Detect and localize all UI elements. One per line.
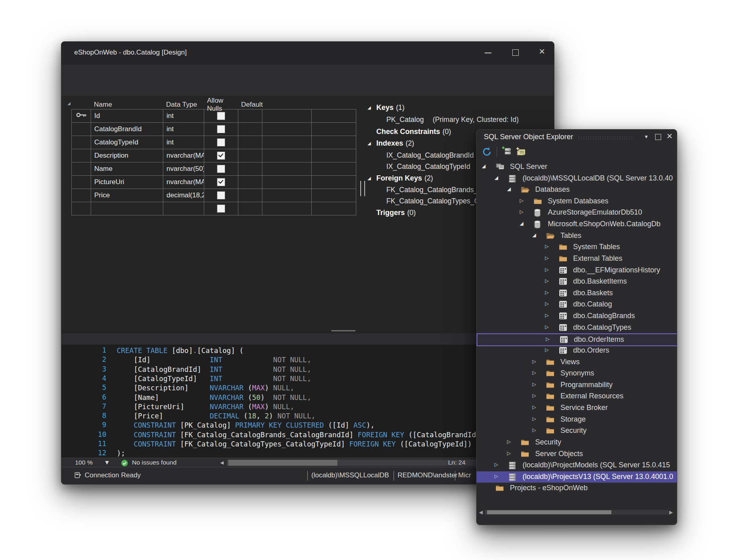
tree-item-microsoft-eshoponweb-catalogdb[interactable]: ◢Microsoft.eShopOnWeb.CatalogDb xyxy=(477,219,677,230)
collapsed-icon[interactable]: ▷ xyxy=(495,473,498,479)
default-cell[interactable] xyxy=(238,110,262,123)
default-cell[interactable] xyxy=(238,202,262,215)
collapsed-icon[interactable]: ▷ xyxy=(546,336,550,342)
tree-item-dbo-baskets[interactable]: ▷dbo.Baskets xyxy=(477,288,677,299)
editor-hscrollbar[interactable] xyxy=(227,460,486,466)
default-cell[interactable] xyxy=(238,189,262,202)
table-row[interactable]: Pricedecimal(18,2) xyxy=(72,189,356,202)
table-row[interactable]: Descriptionnvarchar(MAX) xyxy=(72,149,356,162)
tree-item-dbo-orders[interactable]: ▷dbo.Orders xyxy=(477,345,677,356)
data-type-cell[interactable]: nvarchar(50) xyxy=(163,162,204,176)
allow-nulls-checkbox[interactable] xyxy=(217,152,225,160)
panel-drag-grip[interactable] xyxy=(578,136,634,140)
horizontal-splitter-grip[interactable] xyxy=(331,330,355,331)
tree-item-localdb-mssqllocaldb-sql-server-13-0-40[interactable]: ◢(localdb)\MSSQLLocalDB (SQL Server 13.0… xyxy=(477,173,677,184)
collapsed-icon[interactable]: ▷ xyxy=(532,416,536,422)
tree-item-service-broker[interactable]: ▷Service Broker xyxy=(477,402,677,414)
allow-nulls-checkbox[interactable] xyxy=(217,165,225,173)
ssox-hscrollbar[interactable] xyxy=(485,510,668,515)
tree-item-system-tables[interactable]: ▷System Tables xyxy=(477,241,677,253)
data-type-cell[interactable]: int xyxy=(163,110,204,123)
column-name-cell[interactable]: PictureUri xyxy=(91,176,163,189)
collapsed-icon[interactable]: ▷ xyxy=(545,267,549,272)
column-name-cell[interactable] xyxy=(91,202,163,215)
collapsed-icon[interactable]: ▷ xyxy=(545,301,549,306)
row-header-cell[interactable] xyxy=(72,149,91,162)
new-database-icon[interactable] xyxy=(515,146,526,158)
row-header-cell[interactable] xyxy=(72,110,91,123)
tree-item-storage[interactable]: ▷Storage xyxy=(477,414,677,425)
expander-icon[interactable]: ◢ xyxy=(367,105,376,110)
expanded-icon[interactable]: ◢ xyxy=(532,232,536,238)
collapsed-icon[interactable]: ▷ xyxy=(532,393,536,398)
keys-section-keys[interactable]: ◢Keys(1) xyxy=(367,103,404,112)
panel-maximize-icon[interactable] xyxy=(655,134,661,140)
default-cell[interactable] xyxy=(238,136,262,149)
panel-close-icon[interactable]: ✕ xyxy=(666,132,673,141)
data-type-cell[interactable]: decimal(18,2) xyxy=(163,189,204,202)
collapsed-icon[interactable]: ▷ xyxy=(545,324,549,330)
collapsed-icon[interactable]: ▷ xyxy=(545,278,549,284)
scroll-right-icon[interactable]: ▶ xyxy=(669,509,673,515)
row-header-cell[interactable] xyxy=(72,202,91,215)
tree-item-system-databases[interactable]: ▷System Databases xyxy=(477,196,677,207)
data-type-cell[interactable]: int xyxy=(163,123,204,136)
table-row[interactable]: Idint xyxy=(72,110,356,123)
panel-menu-caret-icon[interactable]: ▼ xyxy=(644,134,649,140)
allow-nulls-checkbox[interactable] xyxy=(217,191,225,199)
tree-item-localdb-projectmodels-sql-server-15-0-415[interactable]: ▷(localdb)\ProjectModels (SQL Server 15.… xyxy=(477,460,677,471)
collapsed-icon[interactable]: ▷ xyxy=(532,381,536,387)
tree-item-projects-eshoponweb[interactable]: Projects - eShopOnWeb xyxy=(477,483,677,494)
table-row[interactable]: CatalogBrandIdint xyxy=(72,123,356,136)
minimize-icon[interactable] xyxy=(485,53,491,53)
ssox-hscrollbar-thumb[interactable] xyxy=(487,510,611,514)
table-row[interactable]: Namenvarchar(50) xyxy=(72,162,356,176)
allow-nulls-cell[interactable] xyxy=(204,176,238,189)
tree-item-server-objects[interactable]: ▷Server Objects xyxy=(477,448,677,460)
tree-item-dbo-catalogtypes[interactable]: ▷dbo.CatalogTypes xyxy=(477,322,677,333)
default-cell[interactable] xyxy=(238,176,262,189)
tree-item-localdb-projectsv13-sql-server-13-0-4001-0[interactable]: ▷(localdb)\ProjectsV13 (SQL Server 13.0.… xyxy=(477,471,677,483)
tree-item-dbo-orderitems[interactable]: ▷dbo.OrderItems xyxy=(477,333,677,346)
collapsed-icon[interactable]: ▷ xyxy=(507,439,511,444)
allow-nulls-cell[interactable] xyxy=(204,136,238,149)
close-icon[interactable]: ✕ xyxy=(539,47,545,56)
column-name-cell[interactable]: Name xyxy=(91,162,163,176)
tree-item-dbo-catalog[interactable]: ▷dbo.Catalog xyxy=(477,299,677,310)
keys-item[interactable]: PK_Catalog(Primary Key, Clustered: Id) xyxy=(386,116,519,124)
column-name-cell[interactable]: CatalogBrandId xyxy=(91,123,163,136)
data-type-cell[interactable]: int xyxy=(163,136,204,149)
tree-item-dbo-basketitems[interactable]: ▷dbo.BasketItems xyxy=(477,276,677,287)
collapsed-icon[interactable]: ▷ xyxy=(520,209,524,215)
title-bar[interactable]: eShopOnWeb - dbo.Catalog [Design] ✕ xyxy=(61,42,554,65)
allow-nulls-checkbox[interactable] xyxy=(217,178,225,186)
column-name-cell[interactable]: CatalogTypeId xyxy=(91,136,163,149)
add-sql-server-icon[interactable] xyxy=(501,146,512,158)
zoom-level[interactable]: 100 % xyxy=(75,459,93,466)
vertical-splitter-grip[interactable] xyxy=(360,181,365,196)
collapsed-icon[interactable]: ▷ xyxy=(545,255,549,261)
allow-nulls-cell[interactable] xyxy=(204,162,238,176)
collapsed-icon[interactable]: ▷ xyxy=(545,347,549,353)
collapsed-icon[interactable]: ▷ xyxy=(545,312,549,318)
allow-nulls-checkbox[interactable] xyxy=(217,138,225,146)
table-row[interactable] xyxy=(72,202,356,215)
collapsed-icon[interactable]: ▷ xyxy=(545,243,549,249)
keys-section-check-constraints[interactable]: Check Constraints(0) xyxy=(367,128,451,136)
tree-item-sql-server[interactable]: ◢SQL Server xyxy=(477,161,677,172)
tree-item-azurestorageemulatordb510[interactable]: ▷AzureStorageEmulatorDb510 xyxy=(477,207,677,218)
table-row[interactable]: PictureUrinvarchar(MAX) xyxy=(72,176,356,189)
row-header-cell[interactable] xyxy=(72,176,91,189)
keys-section-indexes[interactable]: ◢Indexes(2) xyxy=(367,139,414,148)
tree-item-programmability[interactable]: ▷Programmability xyxy=(477,379,677,391)
refresh-icon[interactable] xyxy=(481,146,492,159)
collapsed-icon[interactable]: ▷ xyxy=(495,462,498,467)
expanded-icon[interactable]: ◢ xyxy=(507,186,511,192)
tree-item-tables[interactable]: ◢Tables xyxy=(477,230,677,241)
keys-section-triggers[interactable]: Triggers(0) xyxy=(367,209,416,217)
default-cell[interactable] xyxy=(238,162,262,176)
tree-item-security[interactable]: ▷Security xyxy=(477,425,677,436)
scroll-left-icon[interactable]: ◀ xyxy=(220,460,223,465)
expanded-icon[interactable]: ◢ xyxy=(520,221,524,226)
column-name-cell[interactable]: Price xyxy=(91,189,163,202)
